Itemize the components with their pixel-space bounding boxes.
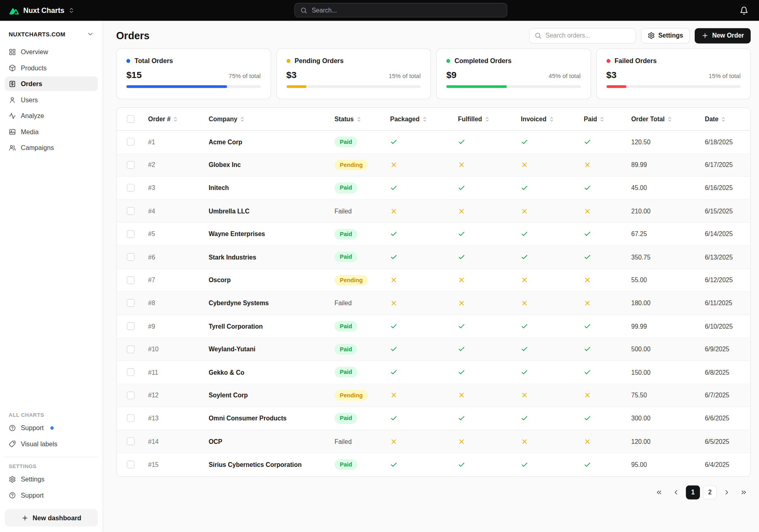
order-number: #5 [148, 230, 209, 238]
table-row[interactable]: #13 Omni Consumer Products Paid 300.00 6… [116, 407, 750, 430]
row-select-cell [116, 299, 148, 307]
row-checkbox[interactable] [127, 230, 135, 238]
row-checkbox[interactable] [127, 184, 135, 192]
paid-cell [584, 323, 631, 330]
table-row[interactable]: #6 Stark Industries Paid 350.75 6/13/202… [116, 246, 750, 269]
order-number: #3 [148, 184, 209, 192]
settings-button[interactable]: Settings [641, 28, 690, 43]
row-checkbox[interactable] [127, 299, 135, 307]
paid-cell [584, 415, 631, 422]
column-header-paid[interactable]: Paid [584, 116, 631, 123]
column-header-status[interactable]: Status [334, 116, 390, 123]
table-row[interactable]: #5 Wayne Enterprises Paid 67.25 6/14/202… [116, 223, 750, 246]
table-row[interactable]: #8 Cyberdyne Systems Failed 180.00 6/11/… [116, 292, 750, 315]
table-row[interactable]: #9 Tyrell Corporation Paid 99.99 6/10/20… [116, 315, 750, 338]
row-checkbox[interactable] [127, 414, 135, 422]
x-icon [390, 207, 397, 215]
sidebar-item-label: Orders [21, 80, 42, 87]
table-row[interactable]: #15 Sirius Cybernetics Corporation Paid … [116, 453, 750, 476]
order-date: 6/7/2025 [705, 392, 751, 399]
table-row[interactable]: #4 Umbrella LLC Failed 210.00 6/15/2025 [116, 200, 750, 223]
table-row[interactable]: #11 Gekko & Co Paid 150.00 6/8/2025 [116, 361, 750, 384]
next-page-button[interactable] [720, 486, 734, 500]
sidebar-item-analyze[interactable]: Analyze [5, 108, 98, 123]
row-select-cell [116, 161, 148, 169]
stat-card-pending-orders: Pending Orders $3 15% of total [276, 49, 431, 99]
row-checkbox[interactable] [127, 368, 135, 376]
column-label: Fulfilled [458, 116, 482, 123]
order-number: #2 [148, 161, 209, 169]
row-checkbox[interactable] [127, 461, 135, 469]
invoiced-cell [521, 184, 584, 192]
row-checkbox[interactable] [127, 253, 135, 261]
check-icon [458, 138, 465, 146]
order-number: #11 [148, 369, 209, 376]
column-header-order-total[interactable]: Order Total [631, 116, 705, 123]
previous-page-button[interactable] [669, 486, 683, 500]
sidebar-item-products[interactable]: Products [5, 61, 98, 75]
new-order-button[interactable]: New Order [695, 28, 751, 43]
settings-section-label: SETTINGS [5, 463, 98, 469]
table-row[interactable]: #7 Oscorp Pending 55.00 6/12/2025 [116, 269, 750, 292]
row-checkbox[interactable] [127, 391, 135, 399]
page-1-button[interactable]: 1 [686, 486, 700, 500]
column-header-fulfilled[interactable]: Fulfilled [458, 116, 521, 123]
order-number: #10 [148, 346, 209, 353]
invoiced-cell [521, 253, 584, 261]
global-search[interactable] [294, 3, 507, 17]
sidebar-item-overview[interactable]: Overview [5, 44, 98, 59]
packaged-cell [390, 461, 458, 468]
table-row[interactable]: #10 Weyland-Yutani Paid 500.00 6/9/2025 [116, 338, 750, 361]
sidebar-item-campaigns[interactable]: Campaigns [5, 140, 98, 155]
last-page-button[interactable] [737, 486, 751, 500]
column-header-order[interactable]: Order # [148, 116, 209, 123]
sidebar-item-visual-labels[interactable]: Visual labels [5, 437, 98, 451]
row-checkbox[interactable] [127, 322, 135, 330]
select-all-checkbox[interactable] [127, 115, 135, 123]
chevrons-up-down-icon [68, 7, 75, 14]
new-dashboard-button[interactable]: New dashboard [5, 509, 98, 526]
first-page-button[interactable] [652, 486, 666, 500]
row-checkbox[interactable] [127, 207, 135, 215]
column-header-packaged[interactable]: Packaged [390, 116, 458, 123]
row-checkbox[interactable] [127, 161, 135, 169]
order-total: 120.50 [631, 138, 705, 146]
row-select-cell [116, 391, 148, 399]
table-row[interactable]: #2 Globex Inc Pending 89.99 6/17/2025 [116, 154, 750, 177]
table-row[interactable]: #1 Acme Corp Paid 120.50 6/18/2025 [116, 131, 750, 154]
check-mark [390, 323, 458, 330]
row-checkbox[interactable] [127, 437, 135, 445]
sidebar-item-users[interactable]: Users [5, 93, 98, 107]
x-mark [521, 300, 584, 307]
sidebar-item-label: Products [21, 64, 47, 72]
table-row[interactable]: #12 Soylent Corp Pending 75.50 6/7/2025 [116, 384, 750, 407]
column-header-date[interactable]: Date [705, 116, 751, 123]
sidebar-item-orders[interactable]: Orders [5, 76, 98, 91]
order-total: 350.75 [631, 253, 705, 261]
page-2-button[interactable]: 2 [703, 486, 717, 500]
row-checkbox[interactable] [127, 276, 135, 284]
orders-search[interactable] [529, 28, 636, 43]
sidebar-item-label: Users [21, 96, 38, 103]
table-row[interactable]: #14 OCP Failed 120.00 6/5/2025 [116, 430, 750, 453]
order-date: 6/17/2025 [705, 161, 751, 169]
sidebar-item-support[interactable]: Support [5, 488, 98, 502]
sidebar-item-settings[interactable]: Settings [5, 472, 98, 486]
orders-search-input[interactable] [545, 32, 631, 39]
table-row[interactable]: #3 Initech Paid 45.00 6/16/2025 [116, 177, 750, 200]
column-header-company[interactable]: Company [209, 116, 334, 123]
notifications-button[interactable] [738, 4, 750, 17]
company-name: Wayne Enterprises [209, 230, 334, 238]
workspace-selector[interactable]: NUXTCHARTS.COM [5, 27, 98, 40]
row-checkbox[interactable] [127, 345, 135, 353]
sidebar-item-media[interactable]: Media [5, 125, 98, 139]
sidebar-item-support[interactable]: Support [5, 420, 98, 435]
invoiced-cell [521, 161, 584, 169]
order-total: 45.00 [631, 184, 705, 192]
column-header-invoiced[interactable]: Invoiced [521, 116, 584, 123]
status-cell: Failed [334, 207, 390, 215]
brand-button[interactable]: Nuxt Charts [9, 5, 75, 16]
company-name: Initech [209, 184, 334, 192]
row-checkbox[interactable] [127, 138, 135, 146]
global-search-input[interactable] [312, 6, 501, 14]
